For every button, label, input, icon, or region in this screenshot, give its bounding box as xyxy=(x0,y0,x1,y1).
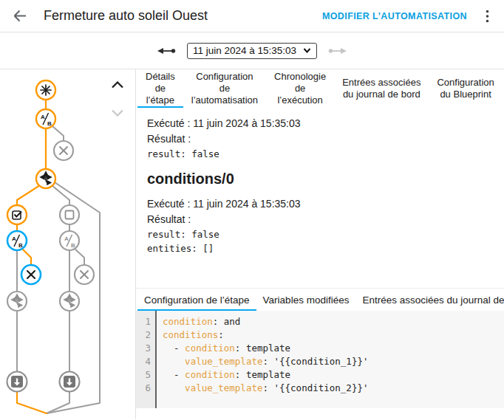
yaml-code-block: 123456 condition: andconditions: - condi… xyxy=(136,311,504,408)
newer-trace-button[interactable] xyxy=(328,47,347,55)
details-tabbar: Détails de l’étape Configuration de l’au… xyxy=(136,69,504,108)
previous-node-button[interactable] xyxy=(110,80,125,90)
svg-text:B: B xyxy=(18,242,23,249)
node-condition[interactable]: A B xyxy=(36,109,55,128)
node-choose[interactable] xyxy=(36,169,55,188)
chevron-down-icon xyxy=(303,48,311,53)
step-heading: conditions/0 xyxy=(147,171,504,187)
tab-config-related-logbook[interactable]: Entrées associées du journal de bord xyxy=(355,289,504,311)
result-code-2: result: false entities: [] xyxy=(147,227,504,255)
code-line: value_template: '{{condition_1}}' xyxy=(163,355,504,368)
overflow-menu-button[interactable] xyxy=(480,7,494,25)
tab-step-config[interactable]: Configuration de l’étape xyxy=(137,289,256,311)
node-option1-stop[interactable] xyxy=(21,265,41,284)
code-line: - condition: template xyxy=(163,368,504,382)
asterisk-icon xyxy=(41,85,51,95)
trace-select-value: 11 juin 2024 à 15:35:03 xyxy=(193,45,296,56)
code-line-number: 2 xyxy=(136,328,155,342)
edit-automation-link[interactable]: MODIFIER L’AUTOMATISATION xyxy=(322,11,467,21)
graph-edges-active xyxy=(17,100,47,413)
arrow-left-icon xyxy=(12,8,27,24)
code-line-number: 5 xyxy=(136,368,155,382)
node-option2-end[interactable] xyxy=(60,372,80,392)
executed-timestamp: Exécuté : 11 juin 2024 à 15:35:03 xyxy=(147,116,504,131)
next-node-button[interactable] xyxy=(110,108,125,118)
main-area: A B xyxy=(0,69,504,419)
node-condition-stop[interactable] xyxy=(54,141,73,160)
tab-related-logbook[interactable]: Entrées associées du journal de bord xyxy=(334,69,429,108)
code-line: condition: and xyxy=(163,315,504,328)
node-option2-stop[interactable] xyxy=(75,265,94,284)
node-trigger[interactable] xyxy=(36,80,55,100)
svg-text:A: A xyxy=(41,114,45,120)
result-label-2: Résultat : xyxy=(147,212,504,227)
node-option1-condition[interactable] xyxy=(7,205,27,224)
result-label: Résultat : xyxy=(147,131,504,146)
details-panel: Détails de l’étape Configuration de l’au… xyxy=(136,69,504,419)
code-line-number: 6 xyxy=(136,382,155,395)
code-line-number: 1 xyxy=(136,315,155,328)
kebab-menu-icon xyxy=(486,10,489,23)
arrow-down-box-icon xyxy=(11,376,23,388)
node-option2-condition-ab[interactable]: A B xyxy=(60,231,79,250)
older-trace-button[interactable] xyxy=(157,47,176,55)
page-title: Fermeture auto soleil Ouest xyxy=(44,8,208,24)
trace-select[interactable]: 11 juin 2024 à 15:35:03 xyxy=(187,43,317,59)
back-button[interactable] xyxy=(10,7,28,25)
tab-automation-config[interactable]: Configuration de l’automatisation xyxy=(183,69,266,108)
node-option2-choose[interactable] xyxy=(60,292,79,311)
tab-step-details[interactable]: Détails de l’étape xyxy=(137,69,183,108)
code-gutter: 123456 xyxy=(136,311,157,408)
code-line: conditions: xyxy=(163,328,504,342)
arrow-down-box-icon xyxy=(64,376,75,388)
code-line-number: 3 xyxy=(136,342,155,355)
svg-text:A: A xyxy=(64,235,69,242)
node-option2-condition[interactable] xyxy=(60,205,79,224)
node-option1-condition-ab[interactable]: A B xyxy=(7,231,27,250)
trace-graph-panel: A B xyxy=(0,69,136,419)
tab-blueprint-config[interactable]: Configuration du Blueprint xyxy=(429,69,502,108)
code-line-number: 4 xyxy=(136,355,155,368)
ray-end-arrow-icon xyxy=(328,47,347,55)
app-header: Fermeture auto soleil Ouest MODIFIER L’A… xyxy=(0,0,504,32)
node-option1-end[interactable] xyxy=(7,372,27,392)
panel-bottom-spacer xyxy=(136,408,504,419)
trace-graph: A B xyxy=(0,69,135,420)
ray-start-arrow-icon xyxy=(157,47,176,55)
tab-changed-variables[interactable]: Variables modifiées xyxy=(256,289,356,311)
code-line: value_template: '{{condition_2}}' xyxy=(163,382,504,395)
node-option1-choose[interactable] xyxy=(7,292,27,311)
trace-picker-row: 11 juin 2024 à 15:35:03 xyxy=(0,32,504,69)
step-details-content: Exécuté : 11 juin 2024 à 15:35:03 Résult… xyxy=(136,108,504,288)
chevron-up-icon xyxy=(111,81,124,89)
chevron-down-icon xyxy=(111,109,124,117)
code-line: - condition: template xyxy=(163,342,504,355)
result-code: result: false xyxy=(147,147,504,161)
executed-timestamp-2: Exécuté : 11 juin 2024 à 15:35:03 xyxy=(147,196,504,211)
tab-execution-timeline[interactable]: Chronologie de l’exécution xyxy=(266,69,334,108)
svg-text:A: A xyxy=(12,235,16,242)
code-lines: condition: andconditions: - condition: t… xyxy=(157,311,504,408)
graph-nav-buttons xyxy=(110,80,125,118)
svg-text:B: B xyxy=(47,120,52,127)
svg-text:B: B xyxy=(71,242,75,249)
config-tabbar: Configuration de l’étape Variables modif… xyxy=(136,288,504,311)
